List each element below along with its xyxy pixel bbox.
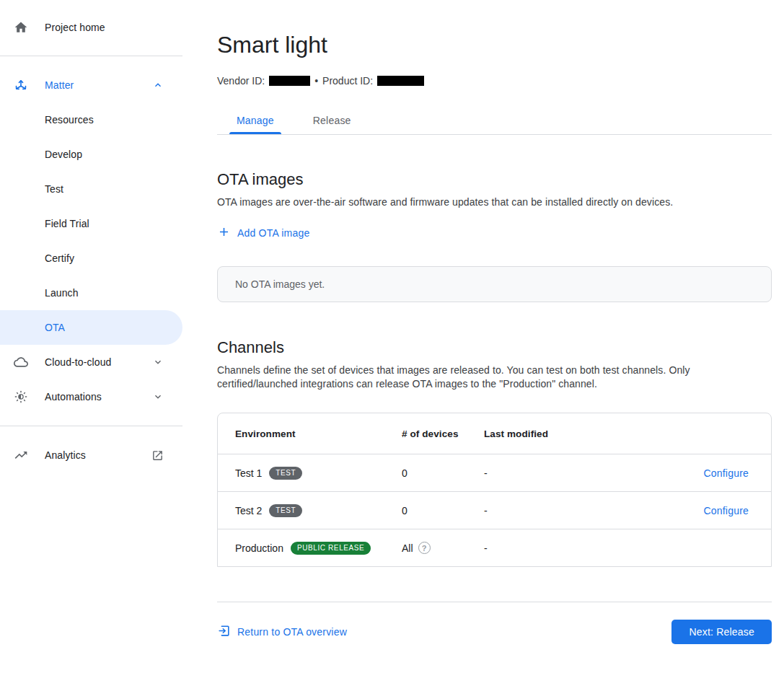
add-ota-image-label: Add OTA image bbox=[237, 227, 309, 239]
last-modified: - bbox=[484, 529, 621, 566]
main-content: Smart light Vendor ID: • Product ID: Man… bbox=[182, 0, 784, 673]
sidebar: Project home Matter Resources Develop Te… bbox=[0, 0, 182, 673]
chevron-down-icon bbox=[152, 356, 164, 368]
product-meta: Vendor ID: • Product ID: bbox=[217, 75, 772, 87]
next-release-button[interactable]: Next: Release bbox=[671, 620, 772, 644]
sidebar-item-project-home[interactable]: Project home bbox=[0, 11, 182, 44]
home-icon bbox=[14, 20, 28, 35]
sidebar-item-label: Certify bbox=[45, 252, 74, 264]
tab-manage[interactable]: Manage bbox=[229, 115, 281, 134]
sidebar-item-label: Launch bbox=[45, 287, 79, 299]
sidebar-item-label: Matter bbox=[45, 79, 152, 91]
automations-icon bbox=[14, 390, 28, 404]
device-count: 0 bbox=[402, 454, 484, 491]
column-header-actions bbox=[621, 413, 771, 454]
sidebar-item-label: Resources bbox=[45, 114, 94, 126]
sidebar-item-label: Test bbox=[45, 183, 63, 195]
sidebar-divider bbox=[0, 426, 182, 426]
sidebar-divider bbox=[0, 56, 182, 56]
sidebar-item-analytics[interactable]: Analytics bbox=[0, 438, 182, 472]
product-id-label: Product ID: bbox=[322, 75, 373, 87]
product-id-redacted bbox=[377, 76, 424, 86]
table-row: Test 1 TEST 0 - Configure bbox=[218, 454, 771, 491]
tab-release[interactable]: Release bbox=[306, 115, 358, 134]
status-badge: TEST bbox=[269, 467, 302, 480]
help-icon[interactable]: ? bbox=[418, 542, 431, 554]
table-row: Production PUBLIC RELEASE All ? - bbox=[218, 529, 771, 566]
last-modified: - bbox=[484, 491, 621, 529]
chevron-up-icon bbox=[152, 79, 164, 91]
sidebar-item-develop[interactable]: Develop bbox=[0, 137, 182, 172]
column-header-devices: # of devices bbox=[402, 413, 484, 454]
sidebar-item-label: Project home bbox=[45, 22, 182, 33]
configure-link[interactable]: Configure bbox=[703, 505, 749, 516]
exit-to-app-icon bbox=[217, 624, 231, 640]
return-link-label: Return to OTA overview bbox=[237, 626, 347, 638]
sidebar-item-label: Develop bbox=[45, 149, 82, 160]
ota-images-heading: OTA images bbox=[217, 170, 772, 189]
channels-table: Environment # of devices Last modified T… bbox=[217, 413, 772, 567]
table-row: Test 2 TEST 0 - Configure bbox=[218, 491, 771, 529]
sidebar-item-test[interactable]: Test bbox=[0, 172, 182, 206]
device-count: All bbox=[402, 542, 413, 554]
vendor-id-label: Vendor ID: bbox=[217, 75, 265, 87]
environment-name: Test 1 bbox=[235, 467, 262, 479]
sidebar-item-automations[interactable]: Automations bbox=[0, 379, 182, 414]
sidebar-item-label: Analytics bbox=[45, 449, 151, 461]
environment-name: Production bbox=[235, 542, 283, 554]
status-badge: TEST bbox=[269, 504, 302, 517]
chevron-down-icon bbox=[152, 391, 164, 403]
sidebar-item-resources[interactable]: Resources bbox=[0, 102, 182, 137]
status-badge: PUBLIC RELEASE bbox=[291, 542, 371, 555]
ota-images-description: OTA images are over-the-air software and… bbox=[217, 195, 754, 209]
device-count: 0 bbox=[402, 491, 484, 529]
sidebar-item-certify[interactable]: Certify bbox=[0, 241, 182, 276]
ota-empty-message: No OTA images yet. bbox=[235, 278, 325, 290]
sidebar-item-matter[interactable]: Matter bbox=[0, 68, 182, 102]
tab-label: Release bbox=[313, 115, 351, 126]
channels-description: Channels define the set of devices that … bbox=[217, 364, 754, 391]
sidebar-item-label: Field Trial bbox=[45, 218, 89, 229]
sidebar-item-ota[interactable]: OTA bbox=[0, 310, 182, 345]
cloud-icon bbox=[14, 355, 28, 369]
trending-up-icon bbox=[14, 448, 28, 462]
plus-icon bbox=[217, 225, 231, 241]
last-modified: - bbox=[484, 454, 621, 491]
vendor-id-redacted bbox=[269, 76, 310, 86]
sidebar-item-launch[interactable]: Launch bbox=[0, 276, 182, 310]
ota-empty-state: No OTA images yet. bbox=[217, 266, 772, 302]
sidebar-item-label: Cloud-to-cloud bbox=[45, 356, 152, 368]
footer-actions: Return to OTA overview Next: Release bbox=[217, 620, 772, 644]
configure-link[interactable]: Configure bbox=[703, 467, 749, 479]
matter-icon bbox=[14, 78, 28, 92]
page-title: Smart light bbox=[217, 32, 772, 58]
table-header-row: Environment # of devices Last modified bbox=[218, 413, 771, 454]
add-ota-image-button[interactable]: Add OTA image bbox=[217, 225, 309, 241]
sidebar-item-label: Automations bbox=[45, 391, 152, 403]
ota-images-section: OTA images OTA images are over-the-air s… bbox=[217, 170, 772, 302]
footer-divider bbox=[217, 602, 772, 602]
column-header-environment: Environment bbox=[218, 413, 402, 454]
dot-separator: • bbox=[314, 75, 318, 87]
sidebar-item-label: OTA bbox=[45, 322, 65, 333]
tab-label: Manage bbox=[237, 115, 274, 126]
return-to-ota-overview-link[interactable]: Return to OTA overview bbox=[217, 624, 347, 640]
tab-bar: Manage Release bbox=[217, 115, 772, 135]
environment-name: Test 2 bbox=[235, 505, 262, 516]
channels-heading: Channels bbox=[217, 338, 772, 357]
open-in-new-icon bbox=[151, 449, 164, 462]
channels-section: Channels Channels define the set of devi… bbox=[217, 338, 772, 567]
sidebar-item-cloud-to-cloud[interactable]: Cloud-to-cloud bbox=[0, 345, 182, 379]
column-header-last-modified: Last modified bbox=[484, 413, 621, 454]
sidebar-item-field-trial[interactable]: Field Trial bbox=[0, 206, 182, 241]
